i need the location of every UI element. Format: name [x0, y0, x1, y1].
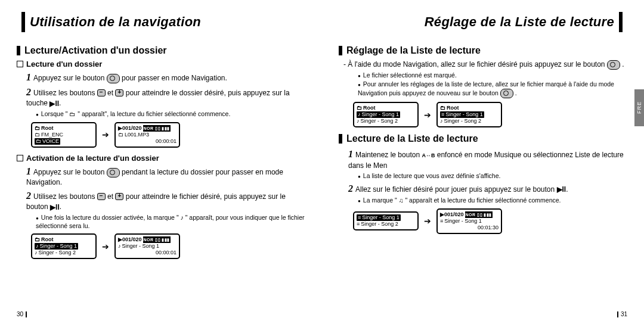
play-pause-icon: ▶II — [50, 202, 60, 212]
pagenum-bar-icon — [26, 311, 27, 317]
right-sec1-h2: Réglage de la Liste de lecture — [339, 45, 627, 56]
step: 2Allez sur le fichier désiré pour jouer … — [348, 182, 627, 195]
play-pause-icon: ▶II — [557, 185, 566, 194]
arrow-right-icon: ➔ — [100, 241, 111, 252]
left-header: Utilisation de la navigation — [17, 12, 201, 32]
spread: Utilisation de la navigation Lecture/Act… — [0, 0, 644, 321]
lcd-screen: Root Singer - Song 1 Singer - Song 2 — [31, 233, 97, 259]
step-number: 2 — [26, 87, 31, 97]
note: Pour annuler les réglages de la liste de… — [358, 80, 627, 98]
nav-button-icon — [107, 74, 120, 83]
header-bar-icon — [619, 12, 623, 32]
page-number-left: 30 — [17, 311, 29, 317]
lcd-screen: Root Singer - Song 1 Singer - Song 2 — [436, 102, 502, 127]
left-page: Utilisation de la navigation Lecture/Act… — [0, 0, 322, 321]
status-icons: NOR ▯▯ ▮▮▮ — [143, 236, 171, 243]
lcd-screen: ▶001/020NOR ▯▯ ▮▮▮ Singer - Song 1 00:00… — [114, 233, 180, 259]
step-number: 1 — [26, 72, 31, 82]
square-bullet-icon — [17, 61, 23, 67]
step: 1Appuyez sur le bouton pour passer en mo… — [26, 71, 305, 84]
right-sec2-h2: Lecture de la Liste de lecture — [339, 133, 627, 144]
lcd-screen: Singer - Song 1 Singer - Song 2 — [353, 211, 419, 230]
manual-spread: Utilisation de la navigation Lecture/Act… — [0, 0, 644, 321]
lcd-screen: Root Singer - Song 1 Singer - Song 2 — [353, 102, 419, 127]
left-content: Lecture/Activation d'un dossier Lecture … — [17, 45, 305, 307]
step: 2Utilisez les boutons − et + pour attein… — [26, 86, 305, 109]
plus-button-icon: + — [115, 193, 123, 200]
step: 1Maintenez le bouton A↔B enfoncé en mode… — [348, 148, 627, 170]
pagenum-bar-icon — [617, 311, 618, 317]
page-number-right: 31 — [615, 311, 627, 317]
left-sec1-h3: Lecture d'un dossier — [17, 60, 305, 68]
right-section-2: Lecture de la Liste de lecture 1Maintene… — [339, 133, 627, 234]
nav-button-icon — [500, 89, 513, 98]
right-header: Réglage de la Liste de lecture — [425, 12, 627, 32]
ab-repeat-icon: A↔B — [422, 152, 435, 159]
note: Une fois la lecture du dossier activée, … — [36, 214, 305, 230]
step: 1Appuyez sur le bouton pendant la lectur… — [26, 165, 305, 188]
arrow-right-icon: ➔ — [422, 110, 433, 120]
h2-bar-icon — [339, 46, 342, 55]
right-section-1: Réglage de la Liste de lecture - À l'aid… — [339, 45, 627, 127]
step: 2Utilisez les boutons − et + pour attein… — [26, 189, 305, 213]
note: La liste de lecture que vous avez défini… — [358, 172, 627, 180]
square-bullet-icon — [17, 155, 23, 161]
status-icons: NOR ▯▯ ▮▮▮ — [143, 125, 171, 132]
right-content: Réglage de la Liste de lecture - À l'aid… — [339, 45, 627, 307]
arrow-right-icon: ➔ — [422, 216, 433, 226]
minus-button-icon: − — [97, 89, 106, 96]
nav-button-icon — [107, 168, 120, 177]
right-page: Réglage de la Liste de lecture Réglage d… — [322, 0, 644, 321]
lcd-screen: ▶001/020NOR ▯▯ ▮▮▮ Singer - Song 1 00:01… — [436, 208, 502, 234]
lcd-row: Root FM_ENC VOICE ➔ ▶001/020NOR ▯▯ ▮▮▮ L… — [31, 122, 305, 148]
right-header-title: Réglage de la Liste de lecture — [425, 14, 614, 30]
lcd-row: Root Singer - Song 1 Singer - Song 2 ➔ ▶… — [31, 233, 305, 259]
h2-bar-icon — [17, 46, 20, 55]
lcd-row: Singer - Song 1 Singer - Song 2 ➔ ▶001/0… — [353, 208, 627, 234]
minus-button-icon: − — [97, 193, 106, 200]
status-icons: NOR ▯▯ ▮▮▮ — [465, 211, 493, 218]
language-tab: FRE — [634, 89, 644, 126]
lcd-row: Root Singer - Song 1 Singer - Song 2 ➔ R… — [353, 102, 627, 127]
lcd-screen: ▶001/020NOR ▯▯ ▮▮▮ L001.MP3 00:00:01 — [114, 122, 180, 148]
left-h2: Lecture/Activation d'un dossier — [17, 45, 305, 56]
arrow-right-icon: ➔ — [100, 129, 111, 140]
left-section-2: Activation de la lecture d'un dossier 1A… — [17, 154, 305, 260]
note: Lorsque " 🗀 " apparaît", la lecture du f… — [36, 110, 305, 119]
intro-line: - À l'aide du mode Navigation, allez sur… — [343, 60, 627, 70]
note: Le fichier sélectionné est marqué. — [358, 71, 627, 80]
h2-text: Lecture/Activation d'un dossier — [24, 45, 167, 56]
header-bar-icon — [21, 12, 25, 32]
left-header-title: Utilisation de la navigation — [30, 14, 201, 30]
play-pause-icon: ▶II — [49, 99, 59, 108]
note: La marque " ♫ " apparaît et la lecture d… — [358, 197, 627, 205]
lcd-screen: Root FM_ENC VOICE — [31, 122, 97, 148]
left-sec2-h3: Activation de la lecture d'un dossier — [17, 154, 305, 163]
left-section-1: Lecture d'un dossier 1Appuyez sur le bou… — [17, 60, 305, 148]
nav-button-icon — [607, 60, 620, 70]
plus-button-icon: + — [115, 89, 123, 96]
h2-bar-icon — [339, 134, 342, 144]
